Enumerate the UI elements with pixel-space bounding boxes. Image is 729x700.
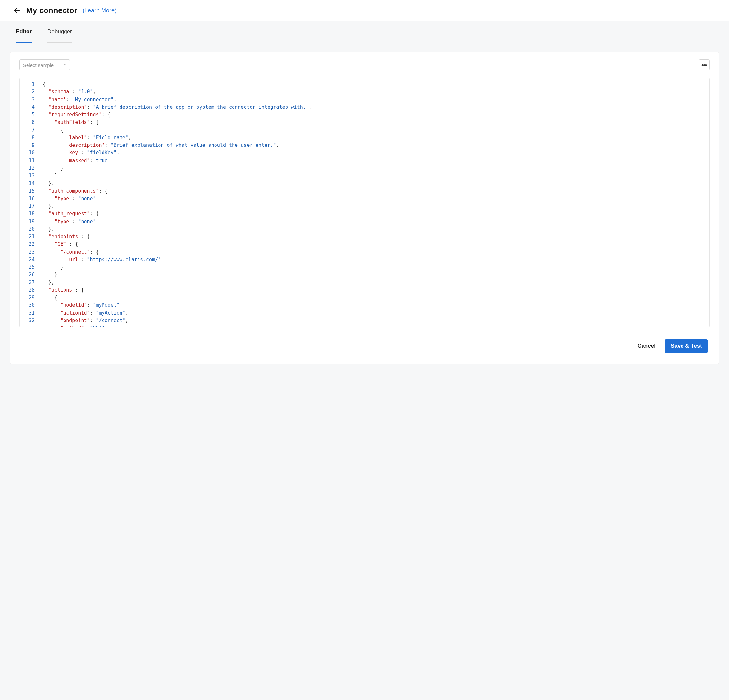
code-line[interactable]: "requiredSettings": {: [42, 111, 707, 119]
tabs: Editor Debugger: [10, 21, 719, 42]
line-number: 33: [23, 325, 37, 327]
save-test-button[interactable]: Save & Test: [665, 339, 708, 353]
code-line[interactable]: },: [42, 279, 707, 287]
code-line[interactable]: "/connect": {: [42, 249, 707, 256]
tab-debugger[interactable]: Debugger: [48, 21, 72, 42]
code-line[interactable]: },: [42, 180, 707, 187]
line-number: 32: [23, 317, 37, 325]
code-line[interactable]: "actions": [: [42, 287, 707, 294]
chevron-down-icon: [63, 63, 67, 67]
select-sample-dropdown[interactable]: Select sample: [19, 59, 70, 70]
line-number: 20: [23, 226, 37, 233]
code-line[interactable]: "method": "GET",: [42, 325, 707, 327]
line-number: 12: [23, 164, 37, 172]
line-number: 13: [23, 172, 37, 180]
code-line[interactable]: }: [42, 271, 707, 279]
code-line[interactable]: "auth_components": {: [42, 188, 707, 195]
code-line[interactable]: },: [42, 202, 707, 210]
code-line[interactable]: "label": "Field name",: [42, 134, 707, 141]
code-editor[interactable]: 1234567891011121314151617181920212223242…: [20, 78, 709, 327]
line-number: 23: [23, 249, 37, 256]
line-number: 8: [23, 134, 37, 141]
code-line[interactable]: {: [42, 81, 707, 88]
tab-editor[interactable]: Editor: [16, 21, 32, 42]
line-number: 28: [23, 287, 37, 294]
line-number: 9: [23, 141, 37, 149]
code-line[interactable]: "modelId": "myModel",: [42, 301, 707, 309]
code-line[interactable]: "schema": "1.0",: [42, 88, 707, 96]
code-line[interactable]: {: [42, 127, 707, 134]
code-line[interactable]: "key": "fieldKey",: [42, 149, 707, 157]
line-number: 10: [23, 149, 37, 157]
code-content[interactable]: { "schema": "1.0", "name": "My connector…: [41, 78, 709, 327]
code-line[interactable]: "endpoint": "/connect",: [42, 317, 707, 325]
more-actions-button[interactable]: •••: [699, 59, 710, 70]
code-editor-frame: 1234567891011121314151617181920212223242…: [19, 78, 710, 327]
code-line[interactable]: ]: [42, 172, 707, 180]
line-number: 22: [23, 240, 37, 248]
ellipsis-icon: •••: [701, 62, 707, 68]
line-number: 18: [23, 210, 37, 218]
code-line[interactable]: "description": "Brief explanation of wha…: [42, 141, 707, 149]
line-number: 1: [23, 81, 37, 88]
select-sample-label: Select sample: [23, 62, 54, 68]
code-line[interactable]: "name": "My connector",: [42, 96, 707, 103]
back-arrow-icon[interactable]: [13, 7, 21, 15]
line-number: 31: [23, 309, 37, 317]
code-line[interactable]: }: [42, 164, 707, 172]
code-line[interactable]: "actionId": "myAction",: [42, 309, 707, 317]
code-line[interactable]: "type": "none": [42, 218, 707, 226]
line-number: 26: [23, 271, 37, 279]
line-number: 14: [23, 180, 37, 187]
code-line[interactable]: "GET": {: [42, 240, 707, 248]
line-number: 21: [23, 233, 37, 240]
code-line[interactable]: }: [42, 263, 707, 271]
code-line[interactable]: "endpoints": {: [42, 233, 707, 240]
code-line[interactable]: "authFields": [: [42, 119, 707, 126]
code-line[interactable]: "description": "A brief description of t…: [42, 103, 707, 111]
line-number: 15: [23, 188, 37, 195]
line-number: 24: [23, 256, 37, 263]
card-footer: Cancel Save & Test: [10, 327, 719, 364]
learn-more-link[interactable]: (Learn More): [83, 7, 116, 14]
editor-toolbar: Select sample •••: [10, 52, 719, 78]
code-line[interactable]: "auth_request": {: [42, 210, 707, 218]
line-number: 30: [23, 301, 37, 309]
editor-card: Select sample ••• 1234567891011121314151…: [10, 52, 719, 364]
code-line[interactable]: },: [42, 226, 707, 233]
line-number: 11: [23, 157, 37, 164]
line-number: 4: [23, 103, 37, 111]
code-line[interactable]: {: [42, 294, 707, 301]
line-number: 5: [23, 111, 37, 119]
line-number: 17: [23, 202, 37, 210]
line-number: 29: [23, 294, 37, 301]
line-number: 7: [23, 127, 37, 134]
page-title: My connector: [26, 6, 77, 15]
line-number: 3: [23, 96, 37, 103]
line-number: 19: [23, 218, 37, 226]
code-line[interactable]: "masked": true: [42, 157, 707, 164]
line-number: 6: [23, 119, 37, 126]
code-line[interactable]: "type": "none": [42, 195, 707, 202]
code-line[interactable]: "url": "https://www.claris.com/": [42, 256, 707, 263]
line-number: 27: [23, 279, 37, 287]
line-number: 25: [23, 263, 37, 271]
line-number: 2: [23, 88, 37, 96]
line-number: 16: [23, 195, 37, 202]
cancel-button[interactable]: Cancel: [637, 343, 656, 349]
header: My connector (Learn More): [0, 0, 729, 21]
line-number-gutter: 1234567891011121314151617181920212223242…: [20, 78, 41, 327]
